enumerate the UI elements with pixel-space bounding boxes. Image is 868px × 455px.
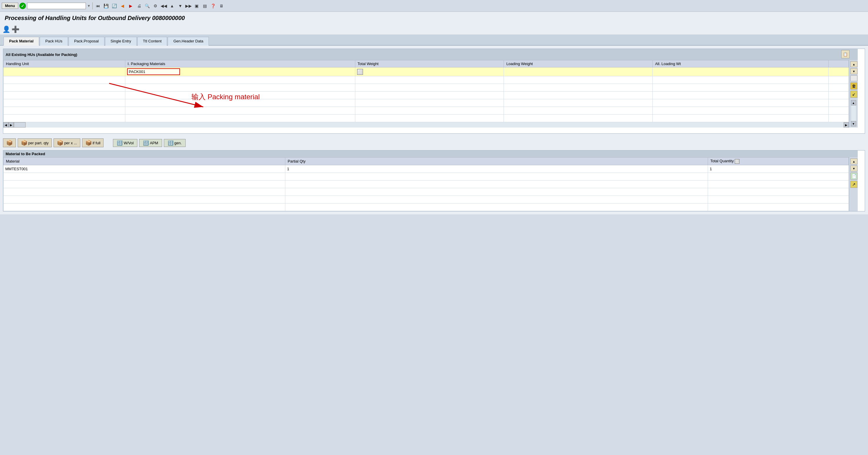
horizontal-scrollbar[interactable]: ◀ ▶ ▶ (3, 122, 849, 127)
total-qty-icon[interactable]: ⬜ (735, 159, 740, 164)
add-icon[interactable]: ➕ (11, 26, 20, 33)
vscroll-track (851, 106, 856, 121)
settings-icon[interactable]: ⚙ (152, 2, 159, 9)
packaging-material-input[interactable] (127, 68, 180, 75)
menu-button[interactable]: Menu (2, 3, 18, 9)
btn-apm[interactable]: 🔢 APM (139, 139, 162, 147)
btn-per-x-label: per x ... (64, 141, 77, 145)
nav-next-icon[interactable]: ▶▶ (185, 2, 192, 9)
mat-move-icon[interactable]: ↗ (850, 181, 858, 188)
layout1-icon[interactable]: ▣ (193, 2, 200, 9)
action-icons-row: 👤 ➕ (0, 24, 868, 34)
tab-gen-header-data[interactable]: Gen.Header Data (168, 37, 209, 46)
cell-total-weight: ⬜ (355, 67, 504, 76)
nav-down-icon[interactable]: ▼ (177, 2, 184, 9)
mat-down-icon[interactable]: ▼ (850, 166, 858, 171)
status-icon: ✓ (20, 3, 26, 9)
delete-icon[interactable]: 🗑 (850, 82, 858, 89)
find-icon[interactable]: 🔍 (144, 2, 151, 9)
col-packaging-materials: I. Packaging Materials (125, 60, 355, 67)
move-icon[interactable]: ↙ (850, 91, 858, 98)
tabs-container: Pack Material Pack HUs Pack.Proposal Sin… (0, 34, 868, 46)
cell-partial-qty: 1 (285, 165, 708, 173)
btn-gen[interactable]: 🔢 gen. (164, 139, 186, 147)
nav-prev-icon[interactable]: ◀◀ (160, 2, 167, 9)
down-arrow-icon[interactable]: ▼ (850, 68, 858, 74)
bottom-buttons: 📦 📦 per part. qty 📦 per x ... 📦 if full … (3, 136, 865, 149)
vscroll-down[interactable]: ▼ (851, 121, 856, 126)
vscroll-area: ▲ ▼ (850, 100, 857, 126)
blank-btn1[interactable] (850, 76, 858, 81)
btn-gen-label: gen. (175, 141, 182, 145)
nav-up-icon[interactable]: ▲ (168, 2, 176, 9)
command-input[interactable] (27, 3, 86, 9)
tab-pack-proposal[interactable]: Pack.Proposal (68, 37, 104, 46)
right-icon-panel: ▲ ▼ 🗑 ↙ ▲ ▼ (849, 60, 858, 127)
tab-ttl-content[interactable]: Ttl Content (137, 37, 167, 46)
monitor-icon[interactable]: 🖥 (218, 2, 225, 9)
material-section-header: Material to Be Packed (3, 150, 858, 157)
hscroll-end[interactable]: ▶ (844, 122, 849, 127)
col-material: Material (3, 158, 285, 165)
material-right-icons: ▲ ▼ 📄 ↗ (849, 157, 858, 211)
col-total-weight: Total Weight (355, 60, 504, 67)
hscroll-right[interactable]: ▶ (8, 122, 14, 127)
tab-pack-material[interactable]: Pack Material (3, 37, 39, 46)
btn-per-part-qty[interactable]: 📦 per part. qty (18, 138, 52, 147)
table-row (3, 76, 849, 84)
save-icon[interactable]: 💾 (103, 2, 110, 9)
dropdown-arrow[interactable]: ▼ (87, 4, 91, 8)
print-icon[interactable]: 🖨 (135, 2, 143, 9)
back-icon[interactable]: ◀ (119, 2, 126, 9)
material-row: MMTEST001 1 1 (3, 165, 849, 173)
mat-list-icon[interactable]: 📄 (850, 173, 858, 180)
mat-up-icon[interactable]: ▲ (850, 159, 858, 164)
cell-all-loading-wt (653, 67, 829, 76)
material-row (3, 173, 849, 180)
page-title: Processing of Handling Units for Outboun… (0, 12, 868, 24)
person-icon[interactable]: 👤 (2, 26, 10, 33)
hu-section-header: All Existing HUs (Available for Packing)… (3, 49, 858, 60)
col-total-quantity: Total Quantity ⬜ (708, 158, 849, 165)
btn-apm-label: APM (150, 141, 158, 145)
btn-pack-icon1[interactable]: 📦 (3, 138, 16, 147)
btn-if-full-label: if full (93, 141, 101, 145)
layout2-icon[interactable]: ▤ (202, 2, 209, 9)
col-handling-unit: Handling Unit (3, 60, 125, 67)
cell-handling-unit (3, 67, 125, 76)
btn-if-full[interactable]: 📦 if full (82, 138, 104, 147)
cell-packaging-materials (125, 67, 355, 76)
btn-per-x[interactable]: 📦 per x ... (54, 138, 80, 147)
hscroll-thumb[interactable] (14, 122, 26, 127)
tab-pack-hus[interactable]: Pack HUs (40, 37, 68, 46)
hscroll-track (26, 122, 844, 127)
weight-icon[interactable]: ⬜ (357, 69, 363, 75)
btn-wvol[interactable]: 🔢 W/Vol (113, 139, 137, 147)
table-row (3, 115, 849, 122)
vscroll-up[interactable]: ▲ (851, 100, 856, 106)
col-extra (828, 60, 848, 67)
cell-extra (828, 67, 848, 76)
col-partial-qty: Partial Qty (285, 158, 708, 165)
btn-per-part-qty-label: per part. qty (28, 141, 49, 145)
material-section: Material to Be Packed Material Partial Q… (3, 150, 865, 211)
nav-first-icon[interactable]: ⏮ (94, 2, 101, 9)
section-config-icon[interactable]: 📋 (841, 50, 849, 58)
refresh-icon[interactable]: 🔄 (111, 2, 118, 9)
material-row (3, 203, 849, 211)
forward-icon[interactable]: ▶ (127, 2, 134, 9)
main-content: All Existing HUs (Available for Packing)… (0, 46, 868, 215)
table-row (3, 84, 849, 92)
up-arrow-icon[interactable]: ▲ (850, 61, 858, 67)
table-row: ⬜ (3, 67, 849, 76)
col-all-loading-wt: All. Loading Wt (653, 60, 829, 67)
hscroll-left[interactable]: ◀ (3, 122, 8, 127)
tab-single-entry[interactable]: Single Entry (105, 37, 137, 46)
btn-wvol-label: W/Vol (124, 141, 133, 145)
cell-material: MMTEST001 (3, 165, 285, 173)
hu-section: All Existing HUs (Available for Packing)… (3, 49, 865, 134)
table-row (3, 99, 849, 107)
cell-loading-weight (504, 67, 653, 76)
help-icon[interactable]: ❓ (210, 2, 217, 9)
hu-table: Handling Unit I. Packaging Materials Tot… (3, 60, 849, 122)
